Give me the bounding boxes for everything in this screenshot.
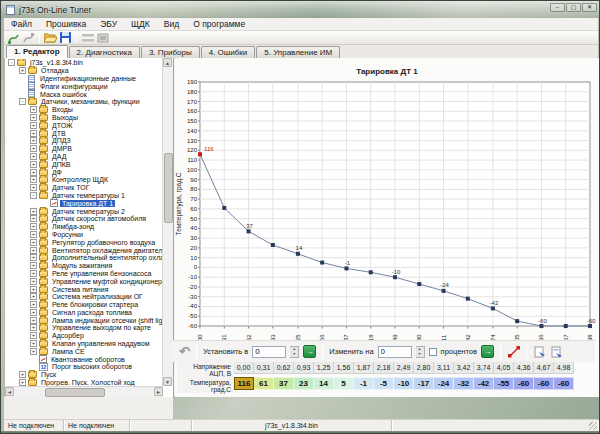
expand-icon[interactable]: +	[30, 309, 37, 316]
chip-icon[interactable]	[96, 32, 109, 44]
tree-item-label[interactable]: Выходы	[50, 114, 80, 121]
data-point[interactable]	[198, 152, 202, 156]
temperature-cell[interactable]: -5	[374, 377, 394, 390]
expand-icon[interactable]: +	[30, 208, 37, 215]
expand-icon[interactable]: +	[30, 169, 37, 176]
expand-icon[interactable]: +	[30, 286, 37, 293]
tab-5[interactable]: 5. Управление ИМ	[256, 46, 340, 58]
tree-item[interactable]: +Система нейтрализации ОГ	[5, 293, 162, 301]
tree-item-label[interactable]: ДТОЖ	[50, 122, 74, 129]
voltage-cell[interactable]: 0,00	[234, 361, 254, 374]
tree-item[interactable]: +Датчик ТОГ	[5, 184, 162, 192]
temperature-cell[interactable]: 5	[334, 377, 354, 390]
copy-chart-icon[interactable]	[533, 345, 546, 358]
tree-item-label[interactable]: Лампа индикации отсечки (shift light)	[50, 317, 162, 324]
temperature-cell[interactable]: 23	[294, 377, 314, 390]
tree-item-label[interactable]: Квантование оборотов	[49, 356, 127, 363]
tree-item-label[interactable]: Модуль зажигания	[50, 262, 114, 269]
tree-item-label[interactable]: Система питания	[50, 286, 110, 293]
temperature-cell[interactable]: 116	[234, 377, 254, 390]
tree-item-label[interactable]: Датчик скорости автомобиля	[50, 215, 148, 222]
expand-icon[interactable]: +	[30, 130, 37, 137]
tree-item-label[interactable]: Прогрев. Пуск. Холостой ход	[39, 379, 137, 386]
expand-icon[interactable]: +	[30, 145, 37, 152]
set-to-input[interactable]	[252, 346, 286, 358]
tree-item-label[interactable]: Тарировка ДТ 1	[60, 200, 115, 207]
scroll-up-icon[interactable]: ▲	[163, 58, 172, 67]
copy-table-icon[interactable]	[550, 345, 563, 358]
menu-item-2[interactable]: Прошивка	[39, 18, 93, 31]
maximize-button[interactable]: ▢	[566, 3, 581, 12]
data-point[interactable]	[271, 243, 275, 247]
expand-icon[interactable]: +	[19, 371, 26, 378]
tree-item[interactable]: +Система питания	[5, 285, 162, 293]
expand-icon[interactable]: +	[30, 278, 37, 285]
tree-item-label[interactable]: Порог высоких оборотов	[50, 363, 134, 370]
expand-icon[interactable]: +	[30, 161, 37, 168]
voltage-cell[interactable]: 0,93	[294, 361, 314, 374]
voltage-cell[interactable]: 4,05	[494, 361, 514, 374]
tree-item[interactable]: +Выходы	[5, 114, 162, 122]
temperature-cell[interactable]: -55	[494, 377, 514, 390]
tree-item-label[interactable]: Адсорбер	[50, 332, 86, 339]
tree-item-label[interactable]: ДАД	[50, 153, 68, 160]
menu-item-5[interactable]: Вид	[157, 18, 186, 31]
tree-item-label[interactable]: ДПКВ	[50, 161, 73, 168]
tree-item-label[interactable]: Управление выходом по карте	[50, 324, 153, 331]
tree-item-label[interactable]: Реле управления бензонасоса	[50, 270, 153, 277]
expand-icon[interactable]: +	[30, 247, 37, 254]
change-by-input[interactable]	[378, 346, 412, 358]
scroll-down-icon[interactable]: ▼	[163, 377, 172, 386]
expand-icon[interactable]: +	[30, 324, 37, 331]
tree-item[interactable]: +Управление выходом по карте	[5, 324, 162, 332]
expand-icon[interactable]: +	[30, 153, 37, 160]
tree-item-label[interactable]: Флаги конфигурации	[38, 83, 110, 90]
menu-item-3[interactable]: ЭБУ	[93, 18, 124, 31]
apply-change-button[interactable]: →	[481, 345, 494, 358]
expand-icon[interactable]: +	[30, 122, 37, 129]
tree-item[interactable]: +Сигнал расхода топлива	[5, 309, 162, 317]
temperature-cell[interactable]: -60	[514, 377, 534, 390]
menu-item-4[interactable]: ЩДК	[124, 18, 157, 31]
voltage-cell[interactable]: 2,80	[414, 361, 434, 374]
expand-icon[interactable]: +	[19, 67, 26, 74]
disconnect-icon[interactable]	[22, 32, 35, 44]
tree-item[interactable]: +Прогрев. Пуск. Холостой ход	[5, 379, 162, 386]
tree-horizontal-scrollbar[interactable]: ◄ ►	[5, 386, 163, 397]
tree-item-label[interactable]: Датчик температуры 1	[50, 192, 127, 199]
percent-checkbox[interactable]: ✓	[429, 348, 437, 356]
menu-item-6[interactable]: О программе	[186, 18, 252, 31]
tree-item[interactable]: +Лампа СЕ	[5, 347, 162, 355]
tree-item-label[interactable]: Реле блокировки стартера	[50, 301, 140, 308]
temperature-cell[interactable]: -42	[474, 377, 494, 390]
tree-item-label[interactable]: Датчики, механизмы, функции	[39, 98, 142, 105]
horizontal-scroll-thumb[interactable]	[45, 388, 105, 397]
tree-item-label[interactable]: Регулятор добавочного воздуха	[50, 239, 157, 246]
tree-item[interactable]: +Реле блокировки стартера	[5, 301, 162, 309]
tree-item[interactable]: +Датчик скорости автомобиля	[5, 215, 162, 223]
tree-item[interactable]: Тарировка ДТ 1	[5, 199, 162, 207]
collapse-icon[interactable]: -	[19, 98, 26, 105]
tree-item[interactable]: +Клапан управления наддувом	[5, 340, 162, 348]
tab-3[interactable]: 3. Приборы	[141, 46, 200, 58]
tree-item[interactable]: +Входы	[5, 106, 162, 114]
voltage-cell[interactable]: 0,62	[274, 361, 294, 374]
calibration-chart[interactable]: -60-50-40-30-20-100102030405060708090100…	[175, 58, 599, 358]
tree-item-label[interactable]: ДПДЗ	[50, 137, 73, 144]
voltage-cell[interactable]: 4,67	[534, 361, 554, 374]
expand-icon[interactable]: +	[30, 317, 37, 324]
data-point[interactable]	[344, 266, 348, 270]
voltage-cell[interactable]: 1,56	[334, 361, 354, 374]
tree-item-label[interactable]: Датчик температуры 2	[50, 208, 127, 215]
tree-item[interactable]: +Датчик температуры 2	[5, 207, 162, 215]
collapse-icon[interactable]: -	[30, 192, 37, 199]
undo-icon[interactable]: ↶	[179, 345, 190, 359]
data-point[interactable]	[442, 289, 446, 293]
tree-item-label[interactable]: Лямбда-зонд	[50, 223, 96, 230]
expand-icon[interactable]: +	[30, 106, 37, 113]
scroll-left-icon[interactable]: ◄	[5, 387, 14, 396]
expand-icon[interactable]: +	[30, 215, 37, 222]
expand-icon[interactable]: +	[30, 223, 37, 230]
apply-set-button[interactable]: →	[303, 345, 316, 358]
minimize-button[interactable]: –	[550, 3, 565, 12]
